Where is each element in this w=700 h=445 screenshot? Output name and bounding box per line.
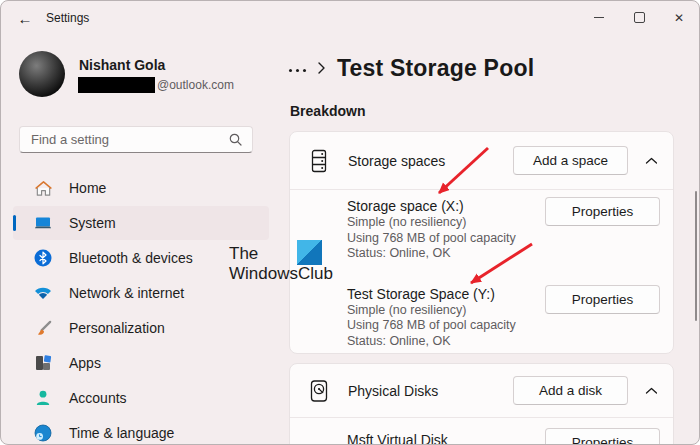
minimize-button[interactable] (579, 1, 619, 34)
titlebar: ← Settings ✕ (1, 1, 699, 35)
physical-disks-title: Physical Disks (348, 383, 438, 399)
email-suffix: @outlook.com (157, 78, 234, 92)
physical-disks-header: Physical Disks Add a disk (290, 364, 673, 417)
maximize-icon (634, 12, 645, 23)
avatar (19, 51, 65, 97)
storage-spaces-icon (307, 148, 331, 174)
sidebar-item-home[interactable]: Home (13, 171, 269, 205)
properties-button[interactable]: Properties (545, 428, 660, 445)
sidebar-item-label: Time & language (69, 425, 174, 441)
storage-space-status: Status: Online, OK (347, 334, 545, 350)
storage-space-resiliency: Simple (no resiliency) (347, 303, 545, 319)
sidebar-item-label: Apps (69, 355, 101, 371)
storage-spaces-header: Storage spaces Add a space (290, 132, 673, 189)
minimize-icon (594, 17, 604, 18)
physical-disk-name: Msft Virtual Disk (347, 428, 545, 445)
sidebar-item-network[interactable]: Network & internet (13, 276, 269, 310)
scrollbar-thumb[interactable] (695, 191, 697, 321)
search-box[interactable] (19, 126, 253, 153)
storage-spaces-card: Storage spaces Add a space Storage space… (289, 131, 674, 354)
collapse-chevron-up-icon[interactable] (643, 155, 660, 167)
user-email: @outlook.com (78, 77, 234, 93)
storage-space-info: Test Storage Space (Y:) Simple (no resil… (347, 285, 545, 350)
apps-icon (33, 353, 53, 373)
app-title: Settings (46, 11, 89, 25)
properties-button[interactable]: Properties (545, 285, 660, 314)
window-controls: ✕ (579, 1, 699, 34)
storage-space-resiliency: Simple (no resiliency) (347, 215, 545, 231)
sidebar-item-accounts[interactable]: Accounts (13, 381, 269, 415)
settings-window: ← Settings ✕ Nishant Gola @outlook.com H… (0, 0, 700, 445)
accounts-icon (33, 388, 53, 408)
storage-space-usage: Using 768 MB of pool capacity (347, 231, 545, 247)
section-heading: Breakdown (290, 103, 365, 119)
email-redaction-bar (78, 77, 155, 93)
storage-space-row: Test Storage Space (Y:) Simple (no resil… (290, 285, 673, 350)
storage-space-name: Storage space (X:) (347, 197, 545, 215)
storage-space-status: Status: Online, OK (347, 246, 545, 262)
sidebar-item-label: Network & internet (69, 285, 184, 301)
collapse-chevron-up-icon[interactable] (643, 385, 660, 397)
home-icon (33, 178, 53, 198)
physical-disks-card: Physical Disks Add a disk Msft Virtual D… (289, 363, 674, 445)
storage-space-name: Test Storage Space (Y:) (347, 285, 545, 303)
search-icon (229, 133, 242, 146)
physical-disk-icon (307, 378, 331, 404)
sidebar-item-personalization[interactable]: Personalization (13, 311, 269, 345)
sidebar-item-apps[interactable]: Apps (13, 346, 269, 380)
storage-space-row: Storage space (X:) Simple (no resiliency… (290, 197, 673, 262)
sidebar-item-time-language[interactable]: Time & language (13, 416, 269, 445)
network-icon (33, 283, 53, 303)
add-a-space-button[interactable]: Add a space (513, 146, 628, 175)
close-icon: ✕ (674, 12, 684, 24)
add-a-disk-button[interactable]: Add a disk (513, 376, 628, 405)
breadcrumb: Test Storage Pool (289, 51, 534, 85)
time-language-icon (33, 423, 53, 443)
chevron-right-icon (317, 61, 326, 75)
sidebar-item-bluetooth[interactable]: Bluetooth & devices (13, 241, 269, 275)
sidebar-item-label: Home (69, 180, 106, 196)
properties-button[interactable]: Properties (545, 197, 660, 226)
selected-indicator (13, 215, 16, 231)
page-title: Test Storage Pool (337, 55, 534, 82)
bluetooth-icon (33, 248, 53, 268)
sidebar-item-system[interactable]: System (13, 206, 269, 240)
sidebar-item-label: System (69, 215, 116, 231)
back-arrow-icon: ← (18, 10, 33, 27)
storage-space-info: Storage space (X:) Simple (no resiliency… (347, 197, 545, 262)
storage-space-usage: Using 768 MB of pool capacity (347, 318, 545, 334)
search-input[interactable] (20, 132, 229, 147)
breadcrumb-overflow-button[interactable] (289, 65, 306, 72)
maximize-button[interactable] (619, 1, 659, 34)
personalization-icon (33, 318, 53, 338)
storage-spaces-title: Storage spaces (348, 153, 445, 169)
sidebar-item-label: Personalization (69, 320, 165, 336)
sidebar-item-label: Bluetooth & devices (69, 250, 193, 266)
sidebar-nav: Home System Bluetooth & devices Network … (13, 171, 269, 445)
back-button[interactable]: ← (13, 7, 37, 29)
physical-disk-row: Msft Virtual Disk Properties (290, 418, 673, 445)
close-button[interactable]: ✕ (659, 1, 699, 34)
sidebar-item-label: Accounts (69, 390, 127, 406)
user-name: Nishant Gola (79, 57, 165, 73)
system-icon (33, 213, 53, 233)
